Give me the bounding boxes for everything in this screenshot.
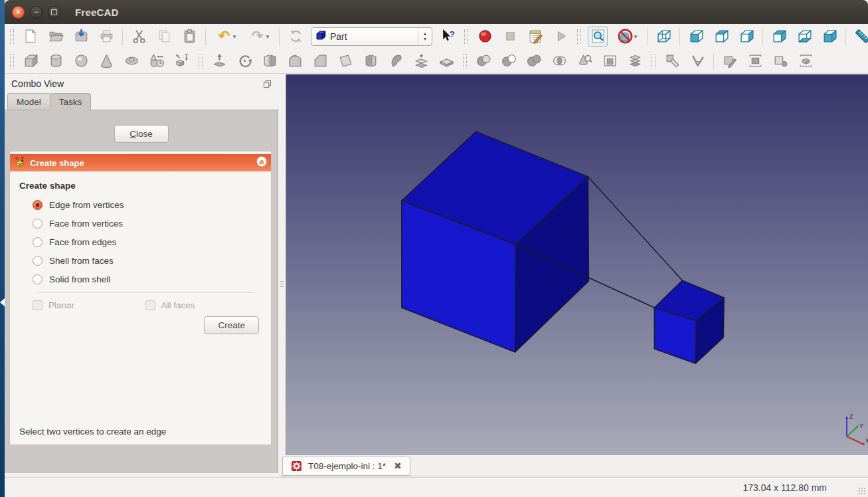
whats-this-button[interactable]: ? — [438, 27, 458, 47]
draw-style-button[interactable]: ▾ — [613, 27, 641, 47]
workbench-spinner[interactable]: ▲▼ — [418, 28, 432, 45]
toolbar-drag-handle[interactable] — [577, 29, 581, 44]
part-compound-button[interactable] — [625, 51, 645, 71]
measure-refresh-button[interactable] — [720, 51, 740, 71]
toolbar-drag-handle[interactable] — [199, 54, 203, 68]
part-torus-button[interactable] — [122, 51, 141, 71]
macro-edit-button[interactable] — [525, 27, 545, 47]
right-view-button[interactable] — [737, 27, 756, 47]
toolbar-drag-handle[interactable] — [10, 54, 14, 68]
undo-button-dropdown-arrow[interactable]: ▾ — [233, 33, 236, 40]
radio-circle[interactable] — [33, 200, 43, 210]
radio-circle[interactable] — [33, 256, 43, 266]
refresh-button[interactable] — [286, 27, 305, 47]
top-view-button[interactable] — [711, 27, 731, 47]
undo-button[interactable]: ↶▾ — [212, 27, 240, 47]
checkbox-box[interactable] — [145, 300, 155, 310]
part-primitives-button[interactable] — [147, 51, 167, 71]
window-close-button[interactable]: × — [12, 6, 25, 19]
part-union-button[interactable] — [524, 51, 544, 71]
new-file-button[interactable] — [21, 27, 41, 47]
part-ruled-surface-button[interactable] — [361, 51, 381, 71]
axonometric-view-button[interactable] — [653, 27, 673, 47]
create-shape-header[interactable]: Create shape — [10, 154, 271, 171]
window-minimize-button[interactable]: − — [30, 6, 43, 19]
part-section-button[interactable] — [574, 51, 594, 71]
macro-play-button[interactable] — [551, 27, 570, 47]
workbench-selector[interactable]: Part▲▼ — [311, 27, 432, 46]
left-view-button[interactable] — [820, 27, 839, 47]
radio-edge-from-vertices[interactable]: Edge from vertices — [33, 195, 124, 214]
cube-rear-icon — [771, 28, 788, 45]
measure-distance-button[interactable] — [852, 27, 868, 47]
tab-tasks[interactable]: Tasks — [50, 93, 92, 110]
part-cone-button[interactable] — [96, 51, 116, 71]
part-shape-builder-button[interactable] — [172, 51, 192, 71]
part-revolve-button[interactable] — [234, 51, 254, 71]
measure-toggle-3d-button[interactable] — [796, 51, 816, 71]
radio-circle[interactable] — [33, 237, 43, 247]
part-sweep-button[interactable] — [411, 51, 431, 71]
toolbar-separator — [647, 28, 648, 45]
radio-circle[interactable] — [33, 274, 43, 284]
measure-linear-button[interactable] — [662, 51, 682, 71]
radio-face-from-vertices[interactable]: Face from vertices — [33, 214, 124, 233]
measure-angular-button[interactable] — [687, 51, 707, 71]
tab-model[interactable]: Model — [7, 93, 50, 110]
radio-face-from-edges[interactable]: Face from edges — [33, 233, 124, 251]
toolbar-drag-handle[interactable] — [651, 54, 655, 68]
window-maximize-button[interactable] — [48, 6, 60, 19]
part-sphere-button[interactable] — [71, 51, 91, 71]
part-cylinder-button[interactable] — [46, 51, 66, 71]
resize-grip[interactable] — [858, 487, 866, 495]
toolbar-drag-handle[interactable] — [464, 29, 468, 44]
measure-toggle-all-button[interactable] — [770, 51, 790, 71]
toolbar-drag-handle[interactable] — [10, 29, 14, 44]
macro-record-button[interactable] — [475, 27, 495, 47]
part-chamfer-button[interactable] — [310, 51, 330, 71]
cut-button[interactable] — [129, 27, 149, 47]
create-button[interactable]: Create — [204, 316, 259, 334]
task-close-button[interactable]: Close — [114, 125, 169, 143]
paste-button[interactable] — [179, 27, 199, 47]
part-offset-button[interactable] — [436, 51, 456, 71]
copy-button[interactable] — [154, 27, 174, 47]
document-tab-close-icon[interactable]: ✖ — [394, 460, 402, 471]
part-make-face-button[interactable] — [335, 51, 355, 71]
part-loft-button[interactable] — [386, 51, 406, 71]
combo-view-title: Combo View — [11, 78, 262, 89]
radio-shell-from-faces[interactable]: Shell from faces — [33, 251, 124, 270]
bottom-view-button[interactable] — [794, 27, 814, 47]
checkbox-all-faces[interactable]: All faces — [145, 300, 258, 310]
radio-circle[interactable] — [33, 219, 43, 229]
part-cut-button[interactable] — [499, 51, 519, 71]
document-tab[interactable]: T08-ejemplo-ini : 1* ✖ — [282, 456, 410, 476]
part-boolean-button[interactable] — [474, 51, 493, 71]
float-panel-icon[interactable] — [262, 79, 272, 89]
redo-button[interactable]: ↷▾ — [245, 27, 273, 47]
part-intersection-button[interactable] — [549, 51, 569, 71]
part-mirror-button[interactable] — [260, 51, 280, 71]
part-cross-sections-button[interactable] — [600, 51, 620, 71]
checkbox-box[interactable] — [33, 300, 43, 310]
rear-view-button[interactable] — [769, 27, 789, 47]
front-view-button[interactable] — [686, 27, 706, 47]
save-button[interactable] — [71, 27, 91, 47]
measure-clear-all-button[interactable] — [745, 51, 765, 71]
panel-splitter[interactable] — [279, 110, 286, 473]
macro-stop-button[interactable] — [500, 27, 520, 47]
draw-style-button-dropdown-arrow[interactable]: ▾ — [634, 33, 638, 40]
main-toolbar: ↶▾↷▾Part▲▼?▾ — [5, 24, 868, 49]
checkbox-planar[interactable]: Planar — [33, 300, 145, 310]
part-fillet-button[interactable] — [285, 51, 305, 71]
fit-all-button[interactable] — [588, 27, 608, 47]
collapse-section-icon[interactable] — [256, 156, 267, 169]
radio-solid-from-shell[interactable]: Solid from shell — [33, 270, 124, 288]
part-extrude-button[interactable] — [209, 51, 229, 71]
open-file-button[interactable] — [46, 27, 66, 47]
redo-button-dropdown-arrow[interactable]: ▾ — [266, 33, 270, 40]
toolbar-drag-handle[interactable] — [463, 54, 467, 68]
print-button[interactable] — [96, 27, 116, 47]
3d-viewport[interactable]: ZYX — [286, 74, 868, 455]
part-box-button[interactable] — [21, 51, 41, 71]
